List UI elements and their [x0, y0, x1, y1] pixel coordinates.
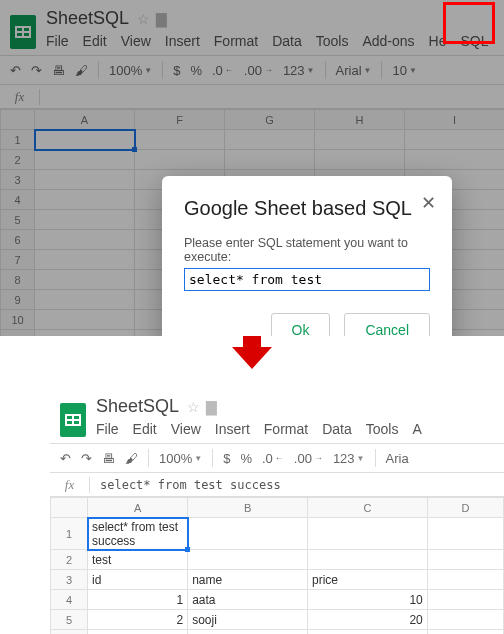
- menu-format[interactable]: Format: [264, 421, 308, 437]
- menu-addons[interactable]: A: [412, 421, 421, 437]
- cell[interactable]: aata: [188, 590, 308, 610]
- formula-bar[interactable]: select* from test success: [90, 478, 281, 492]
- sql-input[interactable]: [184, 268, 430, 291]
- cell[interactable]: [188, 518, 308, 550]
- spreadsheet-grid[interactable]: A B C D 1 select* from test success 2 te…: [50, 497, 504, 634]
- fx-label: fx: [50, 477, 90, 493]
- row-header[interactable]: 6: [51, 630, 88, 635]
- cancel-button[interactable]: Cancel: [344, 313, 430, 336]
- cell[interactable]: 10: [307, 590, 427, 610]
- cell[interactable]: 3: [88, 630, 188, 635]
- select-all-corner[interactable]: [51, 498, 88, 518]
- doc-title[interactable]: SheetSQL: [96, 396, 179, 417]
- ok-button[interactable]: Ok: [271, 313, 331, 336]
- cell[interactable]: 20: [307, 610, 427, 630]
- sql-menu-highlight: [443, 2, 495, 44]
- star-icon[interactable]: ☆: [187, 399, 200, 415]
- redo-icon[interactable]: ↷: [81, 451, 92, 466]
- col-header[interactable]: D: [427, 498, 503, 518]
- cell[interactable]: id: [88, 570, 188, 590]
- sql-dialog: ✕ Google Sheet based SQL Please enter SQ…: [162, 176, 452, 336]
- undo-icon[interactable]: ↶: [60, 451, 71, 466]
- cell[interactable]: [307, 518, 427, 550]
- cell[interactable]: sooji: [188, 610, 308, 630]
- cell[interactable]: select* from test success: [88, 518, 188, 550]
- toolbar: ↶ ↷ 🖶 🖌 100% ▼ $ % .0← .00→ 123▼ Aria: [50, 443, 504, 473]
- cell[interactable]: rooh afza: [188, 630, 308, 635]
- sheets-logo-icon: [60, 403, 86, 437]
- decrease-decimal[interactable]: .0←: [262, 451, 284, 466]
- zoom-control[interactable]: 100% ▼: [159, 451, 202, 466]
- cell[interactable]: 100: [307, 630, 427, 635]
- menu-file[interactable]: File: [96, 421, 119, 437]
- font-family[interactable]: Aria: [386, 451, 409, 466]
- number-format[interactable]: 123▼: [333, 451, 365, 466]
- menu-view[interactable]: View: [171, 421, 201, 437]
- row-header[interactable]: 2: [51, 550, 88, 570]
- menu-data[interactable]: Data: [322, 421, 352, 437]
- cell[interactable]: test: [88, 550, 188, 570]
- col-header[interactable]: C: [307, 498, 427, 518]
- percent-format[interactable]: %: [240, 451, 252, 466]
- cell[interactable]: 1: [88, 590, 188, 610]
- cell[interactable]: 2: [88, 610, 188, 630]
- col-header[interactable]: B: [188, 498, 308, 518]
- menu-insert[interactable]: Insert: [215, 421, 250, 437]
- menu-tools[interactable]: Tools: [366, 421, 399, 437]
- col-header[interactable]: A: [88, 498, 188, 518]
- print-icon[interactable]: 🖶: [102, 451, 115, 466]
- cell[interactable]: price: [307, 570, 427, 590]
- currency-format[interactable]: $: [223, 451, 230, 466]
- increase-decimal[interactable]: .00→: [294, 451, 323, 466]
- dialog-title: Google Sheet based SQL: [184, 196, 430, 220]
- row-header[interactable]: 1: [51, 518, 88, 550]
- close-icon[interactable]: ✕: [421, 192, 436, 214]
- cell[interactable]: name: [188, 570, 308, 590]
- dialog-prompt: Please enter SQL statement you want to e…: [184, 236, 430, 264]
- menu-edit[interactable]: Edit: [133, 421, 157, 437]
- row-header[interactable]: 4: [51, 590, 88, 610]
- row-header[interactable]: 5: [51, 610, 88, 630]
- row-header[interactable]: 3: [51, 570, 88, 590]
- menu-bar: File Edit View Insert Format Data Tools …: [96, 417, 422, 443]
- folder-icon[interactable]: ▇: [206, 399, 217, 415]
- paint-format-icon[interactable]: 🖌: [125, 451, 138, 466]
